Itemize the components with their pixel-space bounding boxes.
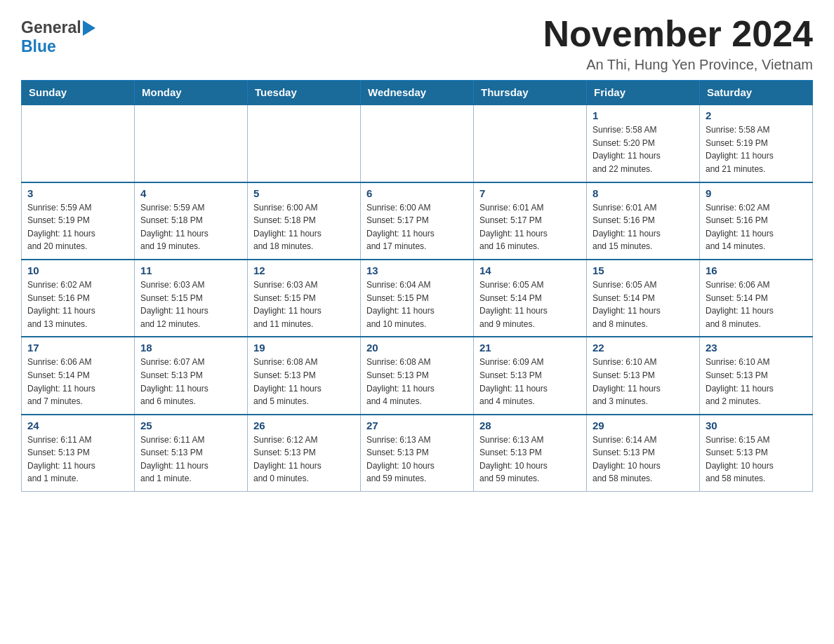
day-info: Sunrise: 5:58 AM Sunset: 5:20 PM Dayligh… xyxy=(593,123,694,175)
day-number: 5 xyxy=(253,187,355,199)
day-info: Sunrise: 6:10 AM Sunset: 5:13 PM Dayligh… xyxy=(706,356,807,408)
day-header-monday: Monday xyxy=(135,81,248,105)
calendar-cell: 28Sunrise: 6:13 AM Sunset: 5:13 PM Dayli… xyxy=(474,415,587,492)
day-number: 1 xyxy=(593,109,694,121)
calendar-cell: 17Sunrise: 6:06 AM Sunset: 5:14 PM Dayli… xyxy=(22,337,135,414)
calendar-table: SundayMondayTuesdayWednesdayThursdayFrid… xyxy=(21,80,813,492)
calendar-cell: 9Sunrise: 6:02 AM Sunset: 5:16 PM Daylig… xyxy=(700,182,813,260)
calendar-cell: 3Sunrise: 5:59 AM Sunset: 5:19 PM Daylig… xyxy=(22,182,135,260)
day-info: Sunrise: 6:09 AM Sunset: 5:13 PM Dayligh… xyxy=(479,356,581,408)
day-number: 8 xyxy=(593,187,694,199)
calendar-cell: 22Sunrise: 6:10 AM Sunset: 5:13 PM Dayli… xyxy=(587,337,700,414)
calendar-cell: 14Sunrise: 6:05 AM Sunset: 5:14 PM Dayli… xyxy=(474,260,587,337)
week-row-3: 10Sunrise: 6:02 AM Sunset: 5:16 PM Dayli… xyxy=(22,260,813,337)
day-header-tuesday: Tuesday xyxy=(248,81,361,105)
day-header-sunday: Sunday xyxy=(22,81,135,105)
day-number: 25 xyxy=(140,420,241,431)
calendar-cell: 13Sunrise: 6:04 AM Sunset: 5:15 PM Dayli… xyxy=(361,260,474,337)
day-number: 29 xyxy=(593,420,694,431)
calendar-cell: 11Sunrise: 6:03 AM Sunset: 5:15 PM Dayli… xyxy=(135,260,248,337)
calendar-cell: 12Sunrise: 6:03 AM Sunset: 5:15 PM Dayli… xyxy=(248,260,361,337)
main-title: November 2024 xyxy=(543,14,813,54)
day-info: Sunrise: 6:01 AM Sunset: 5:17 PM Dayligh… xyxy=(479,201,581,253)
calendar-cell: 21Sunrise: 6:09 AM Sunset: 5:13 PM Dayli… xyxy=(474,337,587,414)
day-header-wednesday: Wednesday xyxy=(361,81,474,105)
logo-triangle-icon xyxy=(83,20,95,36)
calendar-cell: 27Sunrise: 6:13 AM Sunset: 5:13 PM Dayli… xyxy=(361,415,474,492)
week-row-4: 17Sunrise: 6:06 AM Sunset: 5:14 PM Dayli… xyxy=(22,337,813,414)
day-number: 18 xyxy=(140,342,241,354)
title-section: November 2024 An Thi, Hung Yen Province,… xyxy=(543,14,813,73)
day-info: Sunrise: 6:08 AM Sunset: 5:13 PM Dayligh… xyxy=(253,356,355,408)
day-info: Sunrise: 6:01 AM Sunset: 5:16 PM Dayligh… xyxy=(593,201,694,253)
calendar-cell: 7Sunrise: 6:01 AM Sunset: 5:17 PM Daylig… xyxy=(474,182,587,260)
day-number: 20 xyxy=(366,342,468,354)
day-info: Sunrise: 6:00 AM Sunset: 5:18 PM Dayligh… xyxy=(253,201,355,253)
day-info: Sunrise: 6:02 AM Sunset: 5:16 PM Dayligh… xyxy=(706,201,807,253)
calendar-cell xyxy=(474,105,587,182)
week-row-1: 1Sunrise: 5:58 AM Sunset: 5:20 PM Daylig… xyxy=(22,105,813,182)
day-info: Sunrise: 6:07 AM Sunset: 5:13 PM Dayligh… xyxy=(140,356,241,408)
day-info: Sunrise: 6:13 AM Sunset: 5:13 PM Dayligh… xyxy=(479,434,581,485)
day-info: Sunrise: 6:05 AM Sunset: 5:14 PM Dayligh… xyxy=(593,279,694,330)
day-info: Sunrise: 6:13 AM Sunset: 5:13 PM Dayligh… xyxy=(366,434,468,485)
day-number: 6 xyxy=(366,187,468,199)
calendar-cell: 23Sunrise: 6:10 AM Sunset: 5:13 PM Dayli… xyxy=(700,337,813,414)
calendar-cell: 1Sunrise: 5:58 AM Sunset: 5:20 PM Daylig… xyxy=(587,105,700,182)
page-header: General Blue November 2024 An Thi, Hung … xyxy=(21,14,813,73)
day-number: 2 xyxy=(706,109,807,121)
day-number: 21 xyxy=(479,342,581,354)
day-info: Sunrise: 5:59 AM Sunset: 5:18 PM Dayligh… xyxy=(140,201,241,253)
day-number: 12 xyxy=(253,264,355,276)
day-info: Sunrise: 6:04 AM Sunset: 5:15 PM Dayligh… xyxy=(366,279,468,330)
day-number: 24 xyxy=(27,420,128,431)
day-info: Sunrise: 6:03 AM Sunset: 5:15 PM Dayligh… xyxy=(140,279,241,330)
day-number: 28 xyxy=(479,420,581,431)
logo: General Blue xyxy=(21,14,95,56)
day-number: 4 xyxy=(140,187,241,199)
day-number: 23 xyxy=(706,342,807,354)
day-number: 10 xyxy=(27,264,128,276)
day-header-thursday: Thursday xyxy=(474,81,587,105)
calendar-cell: 20Sunrise: 6:08 AM Sunset: 5:13 PM Dayli… xyxy=(361,337,474,414)
calendar-cell: 2Sunrise: 5:58 AM Sunset: 5:19 PM Daylig… xyxy=(700,105,813,182)
calendar-cell: 26Sunrise: 6:12 AM Sunset: 5:13 PM Dayli… xyxy=(248,415,361,492)
calendar-cell: 5Sunrise: 6:00 AM Sunset: 5:18 PM Daylig… xyxy=(248,182,361,260)
calendar-cell: 30Sunrise: 6:15 AM Sunset: 5:13 PM Dayli… xyxy=(700,415,813,492)
day-number: 27 xyxy=(366,420,468,431)
day-info: Sunrise: 6:03 AM Sunset: 5:15 PM Dayligh… xyxy=(253,279,355,330)
day-info: Sunrise: 6:00 AM Sunset: 5:17 PM Dayligh… xyxy=(366,201,468,253)
day-info: Sunrise: 6:15 AM Sunset: 5:13 PM Dayligh… xyxy=(706,434,807,485)
calendar-cell xyxy=(361,105,474,182)
calendar-cell: 10Sunrise: 6:02 AM Sunset: 5:16 PM Dayli… xyxy=(22,260,135,337)
day-number: 13 xyxy=(366,264,468,276)
logo-blue-text: Blue xyxy=(21,37,56,55)
day-number: 30 xyxy=(706,420,807,431)
calendar-cell xyxy=(22,105,135,182)
week-row-5: 24Sunrise: 6:11 AM Sunset: 5:13 PM Dayli… xyxy=(22,415,813,492)
week-row-2: 3Sunrise: 5:59 AM Sunset: 5:19 PM Daylig… xyxy=(22,182,813,260)
day-number: 9 xyxy=(706,187,807,199)
day-number: 11 xyxy=(140,264,241,276)
day-info: Sunrise: 6:08 AM Sunset: 5:13 PM Dayligh… xyxy=(366,356,468,408)
calendar-cell: 8Sunrise: 6:01 AM Sunset: 5:16 PM Daylig… xyxy=(587,182,700,260)
day-info: Sunrise: 6:11 AM Sunset: 5:13 PM Dayligh… xyxy=(27,434,128,485)
day-number: 22 xyxy=(593,342,694,354)
day-number: 14 xyxy=(479,264,581,276)
calendar-cell: 15Sunrise: 6:05 AM Sunset: 5:14 PM Dayli… xyxy=(587,260,700,337)
calendar-cell: 16Sunrise: 6:06 AM Sunset: 5:14 PM Dayli… xyxy=(700,260,813,337)
day-number: 3 xyxy=(27,187,128,199)
day-header-friday: Friday xyxy=(587,81,700,105)
calendar-cell: 19Sunrise: 6:08 AM Sunset: 5:13 PM Dayli… xyxy=(248,337,361,414)
day-info: Sunrise: 6:14 AM Sunset: 5:13 PM Dayligh… xyxy=(593,434,694,485)
day-info: Sunrise: 5:59 AM Sunset: 5:19 PM Dayligh… xyxy=(27,201,128,253)
calendar-cell: 18Sunrise: 6:07 AM Sunset: 5:13 PM Dayli… xyxy=(135,337,248,414)
calendar-cell: 24Sunrise: 6:11 AM Sunset: 5:13 PM Dayli… xyxy=(22,415,135,492)
day-number: 16 xyxy=(706,264,807,276)
day-info: Sunrise: 6:06 AM Sunset: 5:14 PM Dayligh… xyxy=(27,356,128,408)
day-number: 7 xyxy=(479,187,581,199)
calendar-cell: 4Sunrise: 5:59 AM Sunset: 5:18 PM Daylig… xyxy=(135,182,248,260)
day-info: Sunrise: 6:05 AM Sunset: 5:14 PM Dayligh… xyxy=(479,279,581,330)
calendar-cell: 25Sunrise: 6:11 AM Sunset: 5:13 PM Dayli… xyxy=(135,415,248,492)
day-number: 26 xyxy=(253,420,355,431)
